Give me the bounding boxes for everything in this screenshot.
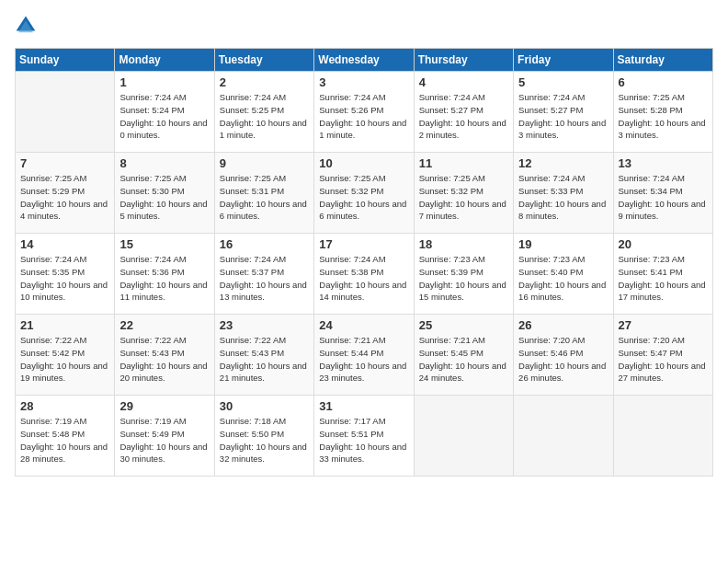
day-number: 21 [20, 318, 109, 332]
day-number: 27 [619, 318, 708, 332]
calendar-cell [514, 396, 613, 477]
calendar-cell: 29Sunrise: 7:19 AMSunset: 5:49 PMDayligh… [115, 396, 214, 477]
day-number: 7 [20, 156, 109, 170]
day-info: Sunrise: 7:24 AMSunset: 5:34 PMDaylight:… [619, 172, 708, 223]
calendar-cell: 10Sunrise: 7:25 AMSunset: 5:32 PMDayligh… [314, 153, 414, 234]
page-header [15, 15, 713, 37]
day-info: Sunrise: 7:23 AMSunset: 5:39 PMDaylight:… [419, 253, 508, 304]
calendar-cell: 8Sunrise: 7:25 AMSunset: 5:30 PMDaylight… [115, 153, 214, 234]
weekday-header-saturday: Saturday [613, 49, 712, 72]
calendar-cell: 25Sunrise: 7:21 AMSunset: 5:45 PMDayligh… [414, 315, 513, 396]
calendar-cell: 15Sunrise: 7:24 AMSunset: 5:36 PMDayligh… [115, 234, 214, 315]
calendar-cell: 27Sunrise: 7:20 AMSunset: 5:47 PMDayligh… [613, 315, 712, 396]
calendar-cell: 23Sunrise: 7:22 AMSunset: 5:43 PMDayligh… [214, 315, 313, 396]
day-number: 28 [20, 399, 109, 413]
day-info: Sunrise: 7:25 AMSunset: 5:28 PMDaylight:… [619, 91, 708, 142]
day-number: 5 [518, 75, 608, 89]
day-info: Sunrise: 7:19 AMSunset: 5:48 PMDaylight:… [20, 415, 109, 465]
day-number: 25 [419, 318, 508, 332]
day-info: Sunrise: 7:23 AMSunset: 5:40 PMDaylight:… [518, 253, 608, 304]
day-number: 1 [119, 75, 209, 89]
day-number: 29 [119, 399, 209, 413]
calendar-cell: 22Sunrise: 7:22 AMSunset: 5:43 PMDayligh… [115, 315, 214, 396]
calendar-cell: 30Sunrise: 7:18 AMSunset: 5:50 PMDayligh… [214, 396, 313, 477]
calendar-cell: 20Sunrise: 7:23 AMSunset: 5:41 PMDayligh… [613, 234, 712, 315]
day-number: 24 [319, 318, 408, 332]
day-info: Sunrise: 7:24 AMSunset: 5:36 PMDaylight:… [119, 253, 209, 304]
day-number: 30 [220, 399, 309, 413]
day-info: Sunrise: 7:22 AMSunset: 5:42 PMDaylight:… [20, 334, 109, 385]
day-info: Sunrise: 7:25 AMSunset: 5:32 PMDaylight:… [319, 172, 408, 223]
calendar-week-3: 14Sunrise: 7:24 AMSunset: 5:35 PMDayligh… [16, 234, 713, 315]
logo-icon [15, 15, 37, 37]
weekday-header-monday: Monday [115, 49, 214, 72]
day-info: Sunrise: 7:24 AMSunset: 5:26 PMDaylight:… [319, 91, 408, 142]
calendar-cell [613, 396, 712, 477]
day-info: Sunrise: 7:25 AMSunset: 5:32 PMDaylight:… [419, 172, 508, 223]
calendar-cell: 11Sunrise: 7:25 AMSunset: 5:32 PMDayligh… [414, 153, 513, 234]
day-number: 15 [119, 237, 209, 251]
day-number: 14 [20, 237, 109, 251]
day-number: 13 [619, 156, 708, 170]
day-info: Sunrise: 7:22 AMSunset: 5:43 PMDaylight:… [220, 334, 309, 385]
day-number: 8 [119, 156, 209, 170]
day-number: 4 [419, 75, 508, 89]
calendar-week-1: 1Sunrise: 7:24 AMSunset: 5:24 PMDaylight… [16, 72, 713, 153]
calendar-cell: 3Sunrise: 7:24 AMSunset: 5:26 PMDaylight… [314, 72, 414, 153]
day-number: 19 [518, 237, 608, 251]
day-info: Sunrise: 7:23 AMSunset: 5:41 PMDaylight:… [619, 253, 708, 304]
day-info: Sunrise: 7:24 AMSunset: 5:33 PMDaylight:… [518, 172, 608, 223]
day-number: 31 [319, 399, 408, 413]
calendar-cell: 18Sunrise: 7:23 AMSunset: 5:39 PMDayligh… [414, 234, 513, 315]
day-number: 2 [220, 75, 309, 89]
day-number: 6 [619, 75, 708, 89]
day-info: Sunrise: 7:24 AMSunset: 5:27 PMDaylight:… [419, 91, 508, 142]
calendar-cell: 21Sunrise: 7:22 AMSunset: 5:42 PMDayligh… [16, 315, 115, 396]
day-info: Sunrise: 7:24 AMSunset: 5:24 PMDaylight:… [119, 91, 209, 142]
calendar-cell: 7Sunrise: 7:25 AMSunset: 5:29 PMDaylight… [16, 153, 115, 234]
calendar-cell: 12Sunrise: 7:24 AMSunset: 5:33 PMDayligh… [514, 153, 613, 234]
weekday-header-wednesday: Wednesday [314, 49, 414, 72]
weekday-header-friday: Friday [514, 49, 613, 72]
calendar-cell: 31Sunrise: 7:17 AMSunset: 5:51 PMDayligh… [314, 396, 414, 477]
day-info: Sunrise: 7:20 AMSunset: 5:47 PMDaylight:… [619, 334, 708, 385]
day-number: 3 [319, 75, 408, 89]
day-info: Sunrise: 7:18 AMSunset: 5:50 PMDaylight:… [220, 415, 309, 465]
day-number: 16 [220, 237, 309, 251]
day-info: Sunrise: 7:25 AMSunset: 5:30 PMDaylight:… [119, 172, 209, 223]
calendar-week-4: 21Sunrise: 7:22 AMSunset: 5:42 PMDayligh… [16, 315, 713, 396]
day-info: Sunrise: 7:24 AMSunset: 5:37 PMDaylight:… [220, 253, 309, 304]
day-info: Sunrise: 7:24 AMSunset: 5:27 PMDaylight:… [518, 91, 608, 142]
day-info: Sunrise: 7:17 AMSunset: 5:51 PMDaylight:… [319, 415, 408, 465]
day-number: 20 [619, 237, 708, 251]
logo [15, 15, 40, 37]
calendar-cell: 26Sunrise: 7:20 AMSunset: 5:46 PMDayligh… [514, 315, 613, 396]
calendar-cell: 28Sunrise: 7:19 AMSunset: 5:48 PMDayligh… [16, 396, 115, 477]
calendar-cell: 16Sunrise: 7:24 AMSunset: 5:37 PMDayligh… [214, 234, 313, 315]
calendar-cell: 4Sunrise: 7:24 AMSunset: 5:27 PMDaylight… [414, 72, 513, 153]
calendar-week-2: 7Sunrise: 7:25 AMSunset: 5:29 PMDaylight… [16, 153, 713, 234]
calendar-week-5: 28Sunrise: 7:19 AMSunset: 5:48 PMDayligh… [16, 396, 713, 477]
calendar-cell: 17Sunrise: 7:24 AMSunset: 5:38 PMDayligh… [314, 234, 414, 315]
calendar-cell: 5Sunrise: 7:24 AMSunset: 5:27 PMDaylight… [514, 72, 613, 153]
day-info: Sunrise: 7:24 AMSunset: 5:38 PMDaylight:… [319, 253, 408, 304]
weekday-header-row: SundayMondayTuesdayWednesdayThursdayFrid… [16, 49, 713, 72]
calendar-cell [414, 396, 513, 477]
calendar-cell: 13Sunrise: 7:24 AMSunset: 5:34 PMDayligh… [613, 153, 712, 234]
calendar-cell: 19Sunrise: 7:23 AMSunset: 5:40 PMDayligh… [514, 234, 613, 315]
day-number: 26 [518, 318, 608, 332]
weekday-header-sunday: Sunday [16, 49, 115, 72]
calendar-table: SundayMondayTuesdayWednesdayThursdayFrid… [15, 48, 713, 477]
day-info: Sunrise: 7:24 AMSunset: 5:25 PMDaylight:… [220, 91, 309, 142]
day-number: 22 [119, 318, 209, 332]
weekday-header-tuesday: Tuesday [214, 49, 313, 72]
calendar-cell: 24Sunrise: 7:21 AMSunset: 5:44 PMDayligh… [314, 315, 414, 396]
calendar-cell: 9Sunrise: 7:25 AMSunset: 5:31 PMDaylight… [214, 153, 313, 234]
weekday-header-thursday: Thursday [414, 49, 513, 72]
day-number: 10 [319, 156, 408, 170]
day-number: 18 [419, 237, 508, 251]
day-info: Sunrise: 7:25 AMSunset: 5:29 PMDaylight:… [20, 172, 109, 223]
day-number: 17 [319, 237, 408, 251]
calendar-cell: 14Sunrise: 7:24 AMSunset: 5:35 PMDayligh… [16, 234, 115, 315]
calendar-cell: 6Sunrise: 7:25 AMSunset: 5:28 PMDaylight… [613, 72, 712, 153]
